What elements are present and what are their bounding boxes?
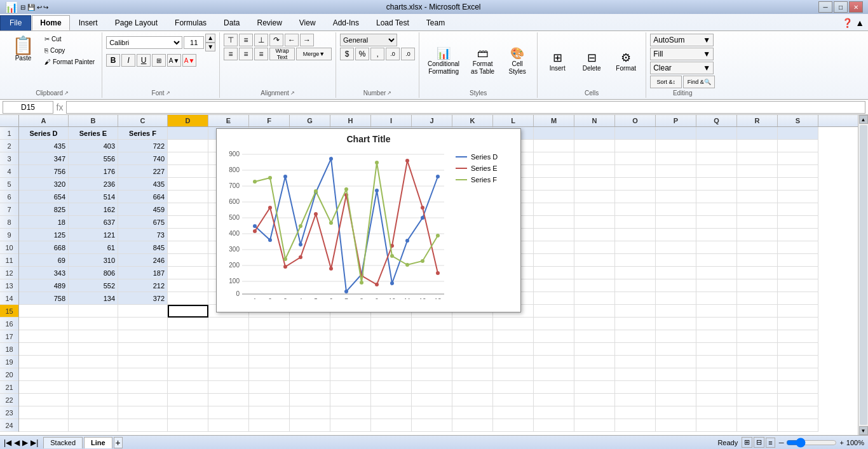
cell-r2-c1[interactable]: 403 xyxy=(69,140,118,152)
cell-r9-c3[interactable] xyxy=(168,229,208,241)
row-num-16[interactable]: 16 xyxy=(0,318,18,330)
cell-r15-c13[interactable] xyxy=(574,305,615,318)
cell-r1-c18[interactable] xyxy=(778,127,818,140)
cell-r7-c15[interactable] xyxy=(656,203,696,216)
cell-r5-c12[interactable] xyxy=(534,178,574,191)
cell-r19-c9[interactable] xyxy=(412,356,452,368)
cell-r5-c1[interactable]: 236 xyxy=(69,178,118,191)
cell-r6-c16[interactable] xyxy=(696,191,737,203)
cell-r4-c0[interactable]: 756 xyxy=(19,165,69,178)
cell-r13-c14[interactable] xyxy=(615,279,656,292)
row-num-6[interactable]: 6 xyxy=(0,191,18,203)
cell-r16-c8[interactable] xyxy=(371,318,412,330)
cell-r24-c4[interactable] xyxy=(208,419,249,432)
cell-r21-c3[interactable] xyxy=(168,381,208,394)
cell-r22-c7[interactable] xyxy=(330,394,371,406)
cell-r19-c15[interactable] xyxy=(656,356,696,368)
cell-r23-c15[interactable] xyxy=(656,406,696,419)
cell-r10-c14[interactable] xyxy=(615,241,656,254)
cell-r20-c10[interactable] xyxy=(452,368,493,381)
cell-r20-c4[interactable] xyxy=(208,368,249,381)
indent-increase-button[interactable]: → xyxy=(300,34,314,46)
cell-r12-c3[interactable] xyxy=(168,267,208,279)
add-sheet-button[interactable]: + xyxy=(114,437,123,448)
col-header-q[interactable]: Q xyxy=(696,115,737,126)
col-header-c[interactable]: C xyxy=(118,115,168,126)
cell-r11-c18[interactable] xyxy=(778,254,818,267)
cell-r17-c14[interactable] xyxy=(615,330,656,343)
cell-r2-c2[interactable]: 722 xyxy=(118,140,168,152)
cell-r17-c1[interactable] xyxy=(69,330,118,343)
cell-r22-c4[interactable] xyxy=(208,394,249,406)
cell-r8-c15[interactable] xyxy=(656,216,696,229)
cell-r12-c0[interactable]: 343 xyxy=(19,267,69,279)
cell-r22-c17[interactable] xyxy=(737,394,778,406)
cell-r3-c15[interactable] xyxy=(656,152,696,165)
paste-button[interactable]: 📋 Paste xyxy=(6,34,40,88)
col-header-r[interactable]: R xyxy=(737,115,778,126)
cell-r15-c3[interactable] xyxy=(168,305,208,318)
cell-r7-c17[interactable] xyxy=(737,203,778,216)
cell-r11-c1[interactable]: 310 xyxy=(69,254,118,267)
cell-r8-c0[interactable]: 18 xyxy=(19,216,69,229)
cell-r19-c5[interactable] xyxy=(249,356,290,368)
cell-r8-c12[interactable] xyxy=(534,216,574,229)
cell-r24-c16[interactable] xyxy=(696,419,737,432)
cell-r10-c2[interactable]: 845 xyxy=(118,241,168,254)
cell-r23-c2[interactable] xyxy=(118,406,168,419)
cell-r13-c13[interactable] xyxy=(574,279,615,292)
cell-r10-c18[interactable] xyxy=(778,241,818,254)
row-num-10[interactable]: 10 xyxy=(0,241,18,254)
cell-r1-c0[interactable]: Series D xyxy=(19,127,69,140)
cell-r18-c17[interactable] xyxy=(737,343,778,356)
cell-r19-c1[interactable] xyxy=(69,356,118,368)
cell-r16-c0[interactable] xyxy=(19,318,69,330)
cell-r24-c8[interactable] xyxy=(371,419,412,432)
cell-r17-c12[interactable] xyxy=(534,330,574,343)
cell-r5-c15[interactable] xyxy=(656,178,696,191)
cell-r1-c15[interactable] xyxy=(656,127,696,140)
cell-r8-c16[interactable] xyxy=(696,216,737,229)
cell-r6-c13[interactable] xyxy=(574,191,615,203)
cell-r15-c1[interactable] xyxy=(69,305,118,318)
cell-r15-c0[interactable] xyxy=(19,305,69,318)
cell-r23-c16[interactable] xyxy=(696,406,737,419)
cell-r16-c9[interactable] xyxy=(412,318,452,330)
tab-data[interactable]: Data xyxy=(215,15,248,30)
cell-r19-c16[interactable] xyxy=(696,356,737,368)
cell-r22-c5[interactable] xyxy=(249,394,290,406)
col-header-s[interactable]: S xyxy=(778,115,818,126)
cell-r17-c17[interactable] xyxy=(737,330,778,343)
cell-r14-c17[interactable] xyxy=(737,292,778,305)
cell-r16-c14[interactable] xyxy=(615,318,656,330)
cell-r17-c16[interactable] xyxy=(696,330,737,343)
cell-r4-c18[interactable] xyxy=(778,165,818,178)
text-direction-button[interactable]: ↷ xyxy=(269,34,283,46)
sheet-tab-line[interactable]: Line xyxy=(84,437,112,448)
cell-r5-c17[interactable] xyxy=(737,178,778,191)
row-num-8[interactable]: 8 xyxy=(0,216,18,229)
cell-r18-c2[interactable] xyxy=(118,343,168,356)
cell-r2-c18[interactable] xyxy=(778,140,818,152)
insert-button[interactable]: ⊞ Insert xyxy=(541,48,573,75)
cell-r13-c12[interactable] xyxy=(534,279,574,292)
cell-r22-c13[interactable] xyxy=(574,394,615,406)
fill-color-button[interactable]: A▼ xyxy=(167,54,181,67)
row-num-12[interactable]: 12 xyxy=(0,267,18,279)
cell-r17-c11[interactable] xyxy=(493,330,534,343)
cell-r14-c2[interactable]: 372 xyxy=(118,292,168,305)
cell-r5-c13[interactable] xyxy=(574,178,615,191)
font-size-increase-button[interactable]: ▲ xyxy=(205,34,215,43)
cell-r16-c3[interactable] xyxy=(168,318,208,330)
col-header-e[interactable]: E xyxy=(208,115,249,126)
cell-r4-c17[interactable] xyxy=(737,165,778,178)
cell-r2-c15[interactable] xyxy=(656,140,696,152)
cell-r4-c3[interactable] xyxy=(168,165,208,178)
cell-r11-c2[interactable]: 246 xyxy=(118,254,168,267)
cell-r3-c1[interactable]: 556 xyxy=(69,152,118,165)
cell-r4-c1[interactable]: 176 xyxy=(69,165,118,178)
cell-r20-c17[interactable] xyxy=(737,368,778,381)
cell-r18-c1[interactable] xyxy=(69,343,118,356)
cell-r19-c7[interactable] xyxy=(330,356,371,368)
cell-r8-c13[interactable] xyxy=(574,216,615,229)
